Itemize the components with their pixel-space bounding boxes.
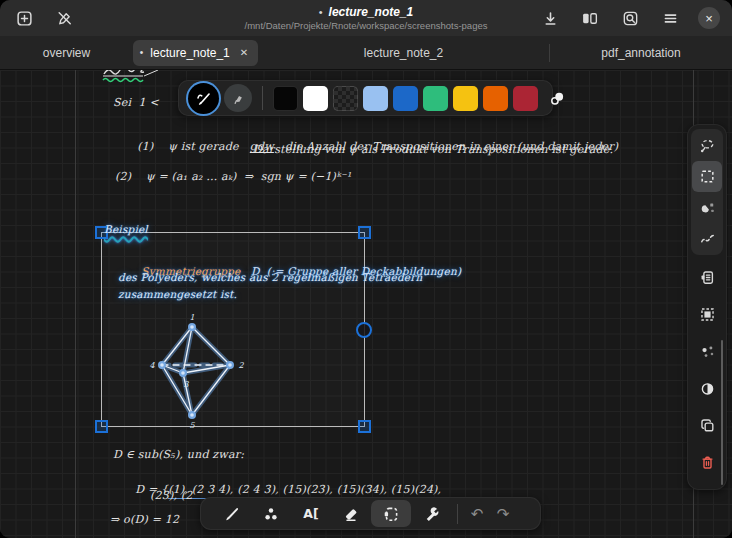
color-swatch-black[interactable] [273,86,298,111]
tab-close-button[interactable]: ✕ [237,45,251,60]
single-stroke-select-icon [699,199,716,216]
intersecting-path-selection-button[interactable] [692,223,722,254]
save-button[interactable] [538,6,562,30]
selection-handle-top-right[interactable] [358,226,371,239]
add-tab-button[interactable] [12,6,36,30]
window-close-button[interactable]: × [698,7,720,29]
note-order-line: ⇒ o(D) = 12 [110,513,179,526]
typewriter-tool-button[interactable]: A[ [291,500,331,527]
selection-handle-bottom-right[interactable] [358,420,371,433]
pen-color-toolbar [178,80,553,116]
canvas-zoom-menu-button[interactable] [618,6,642,30]
note-sub-line: D ∈ sub(S₅), und zwar: [113,448,244,461]
vertex-label-1: 1 [189,313,194,322]
drawing-canvas[interactable]: Sei 1 < (1) ψ ist gerade gdw die Anzahl … [0,70,732,538]
scatter-dots-icon [699,343,716,360]
marker-icon [231,91,246,106]
note-beispiel: Beispiel [104,223,148,235]
rectangle-select-icon [699,168,716,185]
touch-drawing-toggle-button[interactable] [52,6,76,30]
invert-color-icon [699,380,716,397]
path-select-icon [699,230,716,247]
selector-icon [382,505,400,523]
shapes-icon [262,505,280,523]
tab-unsaved-dot: • [140,47,144,58]
pen-off-icon [56,10,73,27]
panel-scrollbar[interactable] [721,340,723,485]
titlebar: • lecture_note_1 /mnt/Daten/Projekte/Rno… [0,0,732,36]
color-swatch-green[interactable] [423,86,448,111]
rectangle-selection-button[interactable] [692,161,722,192]
tab-lecture-note-2-label: lecture_note_2 [364,46,443,60]
color-picker-icon [549,90,566,107]
titlebar-left [0,6,88,30]
copy-icon [699,417,716,434]
toolbar-separator [457,504,458,524]
copy-selection-button[interactable] [692,410,722,441]
color-picker-button[interactable] [543,84,571,112]
undo-button[interactable]: ↶ [464,501,490,527]
color-swatch-red[interactable] [513,86,538,111]
deselect-strokes-button[interactable] [692,336,722,367]
tab-overview[interactable]: overview [0,36,133,69]
select-region-button[interactable] [692,299,722,330]
selection-handle-right-middle[interactable] [356,322,372,338]
sidebar-flap-toggle-button[interactable] [578,6,602,30]
redo-button[interactable]: ↷ [490,501,516,527]
tool-toolbar: A[ ↶ [200,497,541,530]
toolbar-separator [262,86,263,110]
eraser-icon [342,505,360,523]
hamburger-menu-icon [662,10,679,27]
color-swatch-transparent[interactable] [333,86,358,111]
brush-style-button[interactable] [188,83,219,114]
brush-stroke-icon [195,90,212,107]
color-swatch-orange[interactable] [483,86,508,111]
selection-mode-group [691,129,723,255]
page-left-edge [75,70,76,538]
illegible-scribble [100,70,186,86]
brush-tool-button[interactable] [211,500,251,527]
note-item1-line2: Darstellung von ψ als Produkt von Transp… [253,143,613,156]
note-sym-line3: zusammengesetzt ist. [118,288,237,300]
main-menu-button[interactable] [658,6,682,30]
lasso-icon [699,137,716,154]
download-icon [542,10,559,27]
filled-region-icon [699,306,716,323]
flap-toggle-icon [581,10,599,27]
selection-handle-bottom-left[interactable] [95,420,108,433]
window-subtitle-path: /mnt/Daten/Projekte/Rnote/workspace/scre… [245,20,488,31]
titlebar-right: × [526,6,732,30]
zoom-fit-icon [622,10,639,27]
color-swatch-blue[interactable] [393,86,418,111]
tab-lecture-note-1[interactable]: • lecture_note_1 ✕ [133,40,258,66]
window-title: lecture_note_1 [329,5,414,19]
color-swatch-light-blue[interactable] [363,86,388,111]
shaper-tool-button[interactable] [251,500,291,527]
selector-tool-button[interactable] [371,500,411,527]
brush-icon [222,505,240,523]
close-glyph: × [705,12,713,25]
trash-selection-button[interactable] [692,447,722,478]
trash-icon [699,454,716,471]
tools-tool-button[interactable] [411,500,451,527]
invert-color-button[interactable] [692,373,722,404]
wrench-icon [422,505,440,523]
vertex-label-2: 2 [238,361,244,370]
duplicate-icon [699,269,716,286]
polyhedron-graph-sketch: 1 2 3 4 5 [145,310,250,432]
eraser-tool-button[interactable] [331,500,371,527]
note-set-line2: (23), (2 [150,489,192,502]
vertex-label-4: 4 [149,361,155,370]
note-sei: Sei 1 < [113,96,159,109]
tab-lecture-note-2[interactable]: lecture_note_2 [258,36,549,69]
vertex-label-5: 5 [189,421,195,430]
lasso-selection-button[interactable] [692,130,722,161]
color-swatch-white[interactable] [303,86,328,111]
marker-style-button[interactable] [224,84,252,112]
color-swatch-yellow[interactable] [453,86,478,111]
rnote-window: • lecture_note_1 /mnt/Daten/Projekte/Rno… [0,0,732,538]
duplicate-selection-button[interactable] [692,262,722,293]
tab-pdf-annotation[interactable]: pdf_annotation [550,36,732,69]
tab-lecture-note-1-label: lecture_note_1 [150,46,229,60]
single-stroke-selection-button[interactable] [692,192,722,223]
